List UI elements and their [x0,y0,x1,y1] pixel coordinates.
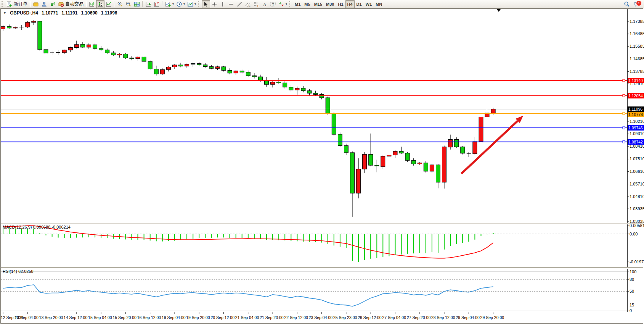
arrows-icon [278,1,284,7]
tf-w1-label: W1 [365,2,373,6]
navigator-button[interactable] [48,0,57,8]
price-axis-tick: 1.14685 [630,56,644,61]
autotrading-button[interactable]: 自动交易 [57,0,85,8]
time-axis-label[interactable]: 15 Sep 20:00 [112,315,136,320]
hline-price-label[interactable]: 1.13140 [628,78,644,83]
mt4-terminal-window: 新订单自动交易▾▾▾EFAT▾M1M5M15M30H1H4D1W1MN1 ▼ G… [0,0,644,324]
time-axis-label[interactable]: 15 Sep 04:00 [88,315,112,320]
tf-w1-button[interactable]: W1 [364,0,374,8]
arrows-button[interactable]: ▾ [277,0,288,8]
time-axis-label[interactable]: 27 Sep 20:00 [407,315,430,320]
new-order-icon [6,1,13,7]
tf-mn-button[interactable]: MN [374,0,384,8]
price-axis-tick: 1.10210 [630,119,644,124]
time-axis-label[interactable]: 13 Sep 04:00 [14,315,38,320]
macd-indicator-label: MACD(12,26,9) 0.000688 -0.006214 [3,225,71,229]
search-button[interactable] [623,0,631,8]
time-axis-label[interactable]: 14 Sep 12:00 [64,315,87,320]
new-chart-button[interactable]: ▾ [164,0,175,8]
chevron-down-icon[interactable]: ▼ [3,11,6,15]
tf-m30-button[interactable]: M30 [324,0,336,8]
price-axis-tick: 1.16485 [630,31,644,36]
dropdown-caret-icon[interactable]: ▾ [286,2,287,6]
time-axis-label[interactable]: 22 Sep 12:00 [284,315,308,320]
tile-windows-button[interactable] [133,0,141,8]
tf-m1-button[interactable]: M1 [293,0,302,8]
templates-button[interactable]: ▾ [186,0,197,8]
periods-button[interactable]: ▾ [175,0,186,8]
hline-price-label[interactable]: 1.10778 [628,112,644,117]
pane-splitter-macd[interactable] [1,223,643,224]
crosshair-icon [211,1,217,7]
chart-shift-marker[interactable] [497,9,501,12]
chart-shift-button[interactable] [153,0,161,8]
fibonacci-button[interactable]: F [252,0,260,8]
new-chart-icon [165,1,171,7]
hline-price-label[interactable]: 1.08742 [628,139,644,145]
cursor-button[interactable] [202,0,210,8]
tf-m15-label: M15 [313,2,323,6]
hline-price-label[interactable]: 1.12054 [628,93,644,98]
candlestick-chart-button[interactable] [96,0,104,8]
text-label-button[interactable]: T [269,0,277,8]
trendline-button[interactable] [235,0,244,8]
dropdown-caret-icon[interactable]: ▾ [183,2,185,6]
time-axis-label[interactable]: 19 Sep 20:00 [186,315,210,320]
auto-scroll-button[interactable] [144,0,153,8]
autotrading-label: 自动交易 [65,1,84,7]
tf-m15-button[interactable]: M15 [312,0,324,8]
svg-text:F: F [257,4,259,7]
horizontal-line-button[interactable] [227,0,235,8]
market-watch-button[interactable] [32,0,40,8]
tf-h1-button[interactable]: H1 [336,0,345,8]
notifications-button[interactable]: 1 [633,0,641,8]
time-axis-label[interactable]: 21 Sep 04:00 [235,315,259,320]
tf-h4-button[interactable]: H4 [345,0,355,8]
vertical-line-button[interactable] [218,0,227,8]
text-button[interactable]: A [260,0,269,8]
bars-icon [89,1,95,7]
price-axis-tick: 1.06610 [630,169,644,174]
time-axis-label[interactable]: 29 Sep 04:00 [456,315,479,320]
time-axis-label[interactable]: 26 Sep 12:00 [358,315,381,320]
dropdown-caret-icon[interactable]: ▾ [172,2,174,6]
data-window-button[interactable] [40,0,48,8]
time-axis-label[interactable]: 21 Sep 20:00 [260,315,283,320]
time-axis-label[interactable]: 29 Sep 20:00 [480,315,504,320]
toolbar-grip[interactable] [198,1,200,7]
line-chart-button[interactable] [104,0,113,8]
time-axis-label[interactable]: 25 Sep 23:00 [333,315,357,320]
time-axis-label[interactable]: 13 Sep 20:00 [39,315,63,320]
time-axis-label[interactable]: 23 Sep 04:00 [309,315,332,320]
crosshair-button[interactable] [210,0,218,8]
new-order-button[interactable]: 新订单 [5,0,29,8]
pane-splitter-rsi[interactable] [1,267,643,269]
hline-price-label[interactable]: 1.09746 [628,125,644,131]
macd-axis-tick: -0.01977 [630,260,644,264]
toolbar-grip[interactable] [289,1,291,7]
channel-icon: E [245,1,251,7]
time-axis-label[interactable]: 28 Sep 12:00 [431,315,455,320]
rsi-indicator-label: RSI(14) 62.0258 [3,269,34,274]
bar-chart-button[interactable] [88,0,96,8]
zoom-out-button[interactable] [124,0,133,8]
rsi-axis-tick: 80 [630,277,634,282]
rsi-axis-tick: 15 [630,303,634,307]
profile-icon [41,1,47,7]
time-axis-label[interactable]: 27 Sep 04:00 [382,315,406,320]
line-icon [106,1,112,7]
tf-m5-button[interactable]: M5 [302,0,312,8]
trendline-icon [236,1,243,7]
time-axis-label[interactable]: 20 Sep 12:00 [211,315,234,320]
time-axis-label[interactable]: 19 Sep 04:00 [162,315,185,320]
tf-h1-label: H1 [337,2,344,6]
tf-d1-button[interactable]: D1 [355,0,364,8]
ohlc-low: 1.10690 [81,10,97,16]
toolbar-grip[interactable] [2,1,4,7]
zoom-in-button[interactable] [116,0,124,8]
dropdown-caret-icon[interactable]: ▾ [194,2,196,6]
toolbar-separator [162,1,163,7]
equidistant-channel-button[interactable]: E [244,0,252,8]
svg-text:T: T [272,2,275,6]
time-axis-label[interactable]: 16 Sep 12:00 [137,315,161,320]
